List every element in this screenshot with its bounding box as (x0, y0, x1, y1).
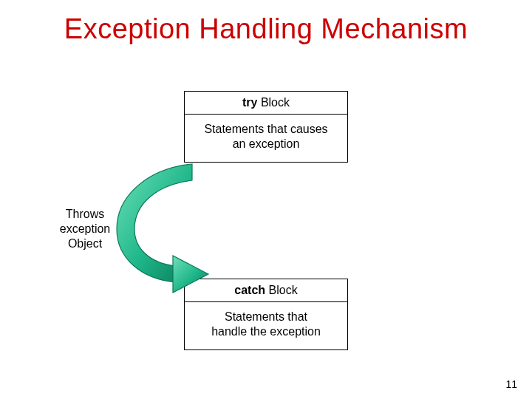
flow-arrow-icon (103, 155, 236, 296)
throws-line1: Throws (66, 208, 104, 220)
try-body-line1: Statements that causes (204, 123, 327, 135)
throws-line2: exception (60, 222, 111, 235)
page-number: 11 (505, 378, 517, 390)
arrow-head (173, 256, 208, 293)
try-body-line2: an exception (233, 137, 300, 150)
catch-keyword: catch (234, 284, 265, 296)
catch-block-body: Statements that handle the exception (185, 302, 347, 349)
catch-body-line1: Statements that (225, 310, 307, 323)
catch-header-rest: Block (265, 284, 298, 296)
try-block-box: try Block Statements that causes an exce… (184, 91, 348, 163)
slide-title: Exception Handling Mechanism (0, 13, 532, 45)
try-header-rest: Block (257, 96, 290, 109)
throws-line3: Object (68, 237, 102, 250)
catch-body-line2: handle the exception (211, 325, 321, 338)
try-keyword: try (242, 96, 257, 109)
try-block-header: try Block (185, 92, 347, 115)
